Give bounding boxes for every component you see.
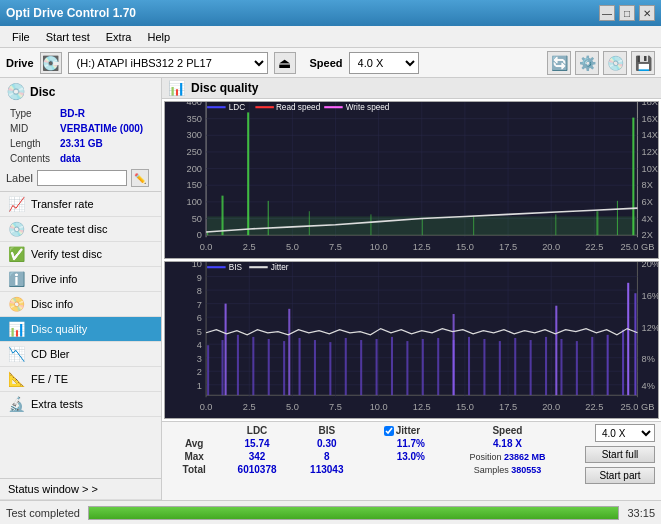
svg-text:Write speed: Write speed: [346, 104, 390, 113]
samples-value: 380553: [511, 465, 541, 475]
svg-text:16%: 16%: [642, 292, 658, 302]
sidebar-item-verify-test-disc[interactable]: ✅ Verify test disc: [0, 242, 161, 267]
disc-quality-label: Disc quality: [31, 323, 87, 335]
create-test-disc-icon: 💿: [8, 221, 25, 237]
progress-bar: [88, 506, 619, 520]
cd-bler-label: CD Bler: [31, 348, 70, 360]
jitter-label: Jitter: [396, 425, 420, 436]
svg-rect-114: [576, 341, 578, 395]
svg-rect-66: [324, 106, 342, 108]
cd-bler-icon: 📉: [8, 346, 25, 362]
svg-text:10.0: 10.0: [370, 402, 388, 412]
avg-ldc: 15.74: [220, 437, 293, 450]
svg-rect-120: [288, 309, 290, 395]
start-part-button[interactable]: Start part: [585, 467, 655, 484]
disc-quality-icon: 📊: [8, 321, 25, 337]
svg-rect-109: [499, 341, 501, 395]
disc-icon: 💿: [6, 82, 26, 101]
sidebar-item-disc-quality[interactable]: 📊 Disc quality: [0, 317, 161, 342]
svg-text:4X: 4X: [642, 214, 653, 224]
max-label: Max: [168, 450, 220, 463]
save-icon[interactable]: 💾: [631, 51, 655, 75]
fe-te-icon: 📐: [8, 371, 25, 387]
col-header-jitter: Jitter: [376, 424, 446, 437]
drive-select[interactable]: (H:) ATAPI iHBS312 2 PL17: [68, 52, 268, 74]
drive-info-label: Drive info: [31, 273, 77, 285]
svg-rect-62: [207, 106, 225, 108]
transfer-rate-icon: 📈: [8, 196, 25, 212]
menu-help[interactable]: Help: [139, 29, 178, 45]
svg-text:18X: 18X: [642, 102, 658, 107]
menu-file[interactable]: File: [4, 29, 38, 45]
disc-properties: Type BD-R MID VERBATIMe (000) Length 23.…: [6, 105, 155, 187]
label-edit-button[interactable]: ✏️: [131, 169, 149, 187]
svg-text:8X: 8X: [642, 181, 653, 191]
disc-title: Disc: [30, 85, 55, 99]
max-bis: 8: [294, 450, 360, 463]
svg-text:14X: 14X: [642, 131, 658, 141]
drive-icon: 💽: [40, 52, 62, 74]
svg-rect-122: [555, 306, 557, 395]
title-bar: Opti Drive Control 1.70 — □ ✕: [0, 0, 661, 26]
jitter-checkbox[interactable]: [384, 426, 394, 436]
sidebar-item-extra-tests[interactable]: 🔬 Extra tests: [0, 392, 161, 417]
menu-start-test[interactable]: Start test: [38, 29, 98, 45]
minimize-button[interactable]: —: [599, 5, 615, 21]
burn-icon[interactable]: 💿: [603, 51, 627, 75]
svg-rect-96: [299, 338, 301, 395]
menu-extra[interactable]: Extra: [98, 29, 140, 45]
mid-label: MID: [8, 122, 56, 135]
label-row: Label ✏️: [6, 169, 155, 187]
maximize-button[interactable]: □: [619, 5, 635, 21]
length-label: Length: [8, 137, 56, 150]
svg-text:10.0: 10.0: [370, 242, 388, 252]
svg-text:0: 0: [197, 230, 202, 240]
svg-rect-92: [237, 335, 239, 395]
content-area: 📊 Disc quality: [162, 78, 661, 500]
sidebar-item-create-test-disc[interactable]: 💿 Create test disc: [0, 217, 161, 242]
sidebar-item-cd-bler[interactable]: 📉 CD Bler: [0, 342, 161, 367]
chart-header-icon: 📊: [168, 80, 185, 96]
label-input[interactable]: [37, 170, 127, 186]
svg-text:1: 1: [197, 381, 202, 391]
contents-label: Contents: [8, 152, 56, 165]
type-value: BD-R: [58, 107, 153, 120]
length-value: 23.31 GB: [58, 137, 153, 150]
avg-empty: [360, 437, 376, 450]
sidebar-item-disc-info[interactable]: 📀 Disc info: [0, 292, 161, 317]
svg-text:BIS: BIS: [229, 264, 243, 273]
transfer-rate-label: Transfer rate: [31, 198, 94, 210]
speed-select[interactable]: 4.0 X: [349, 52, 419, 74]
close-button[interactable]: ✕: [639, 5, 655, 21]
speed-label: Speed: [310, 57, 343, 69]
sidebar-item-drive-info[interactable]: ℹ️ Drive info: [0, 267, 161, 292]
svg-rect-112: [545, 337, 547, 395]
sidebar-item-transfer-rate[interactable]: 📈 Transfer rate: [0, 192, 161, 217]
max-ldc: 342: [220, 450, 293, 463]
status-window-button[interactable]: Status window > >: [0, 479, 161, 500]
svg-rect-152: [249, 266, 267, 268]
svg-rect-100: [360, 340, 362, 395]
sidebar-item-fe-te[interactable]: 📐 FE / TE: [0, 367, 161, 392]
svg-text:4: 4: [197, 341, 202, 351]
avg-jitter: 11.7%: [376, 437, 446, 450]
refresh-icon[interactable]: 🔄: [547, 51, 571, 75]
svg-rect-64: [255, 106, 273, 108]
svg-rect-105: [437, 338, 439, 395]
type-label: Type: [8, 107, 56, 120]
svg-text:400: 400: [187, 102, 202, 107]
verify-test-disc-label: Verify test disc: [31, 248, 102, 260]
svg-text:2.5: 2.5: [243, 402, 256, 412]
eject-button[interactable]: ⏏: [274, 52, 296, 74]
ldc-chart: 400 350 300 250 200 150 100 50 0 18X 16X…: [164, 101, 659, 259]
samples-label: Samples 380553: [446, 463, 569, 476]
svg-rect-150: [207, 266, 225, 268]
svg-rect-107: [468, 337, 470, 395]
extra-tests-label: Extra tests: [31, 398, 83, 410]
svg-text:15.0: 15.0: [456, 402, 474, 412]
disc-info-icon: 📀: [8, 296, 25, 312]
start-full-button[interactable]: Start full: [585, 446, 655, 463]
speed-dropdown[interactable]: 4.0 X: [595, 424, 655, 442]
svg-rect-90: [207, 346, 209, 396]
settings-icon[interactable]: ⚙️: [575, 51, 599, 75]
